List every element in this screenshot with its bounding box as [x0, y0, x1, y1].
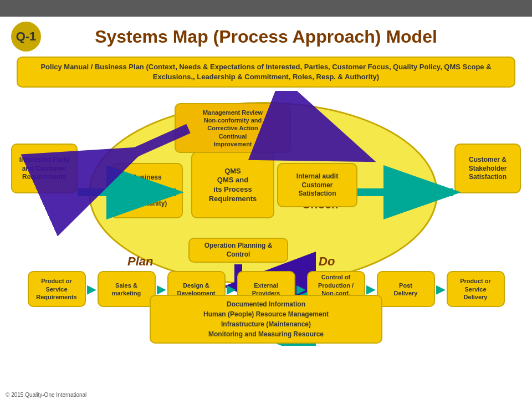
- label-do: Do: [319, 254, 335, 269]
- flow-arrow-4: ▶: [296, 282, 306, 296]
- internal-audit-box: Internal audit Customer Satisfaction: [277, 163, 357, 207]
- page-title: Systems Map (Process Approach) Model: [52, 27, 480, 47]
- flow-box-sales: Sales & marketing: [98, 271, 156, 307]
- qms-center-box: QMS QMS and its Process Requirements: [191, 152, 274, 218]
- management-review-box: Management Review Non-conformity and Cor…: [175, 103, 291, 153]
- customer-satisfaction-box: Customer & Stakeholder Satisfaction: [454, 144, 521, 193]
- interested-party-box: Interested Party and Customer Requiremen…: [11, 144, 78, 193]
- support-box: Documented Information Human (People) Re…: [150, 295, 382, 344]
- flow-box-requirements: Product or Service Requirements: [28, 271, 86, 307]
- business-planning-box: Business Planning (Risk & Opportunity): [111, 163, 183, 218]
- label-plan: Plan: [127, 254, 153, 269]
- flow-arrow-2: ▶: [157, 282, 166, 296]
- diagram-area: Act Check Plan Do Management Review Non-…: [0, 91, 532, 346]
- flow-arrow-6: ▶: [436, 282, 446, 296]
- flow-arrow-5: ▶: [366, 282, 376, 296]
- flow-arrow-3: ▶: [227, 282, 236, 296]
- title-area: Q-1 Systems Map (Process Approach) Model: [0, 17, 532, 57]
- flow-box-delivery: Product or Service Delivery: [447, 271, 505, 307]
- flow-box-post: Post Delivery: [377, 271, 435, 307]
- logo: Q-1: [11, 22, 41, 52]
- top-bar: [0, 0, 532, 17]
- operation-planning-box: Operation Planning & Control: [188, 238, 288, 263]
- policy-banner: Policy Manual / Business Plan (Context, …: [17, 57, 515, 88]
- copyright: © 2015 Quality-One International: [6, 392, 86, 398]
- flow-arrow-1: ▶: [87, 282, 96, 296]
